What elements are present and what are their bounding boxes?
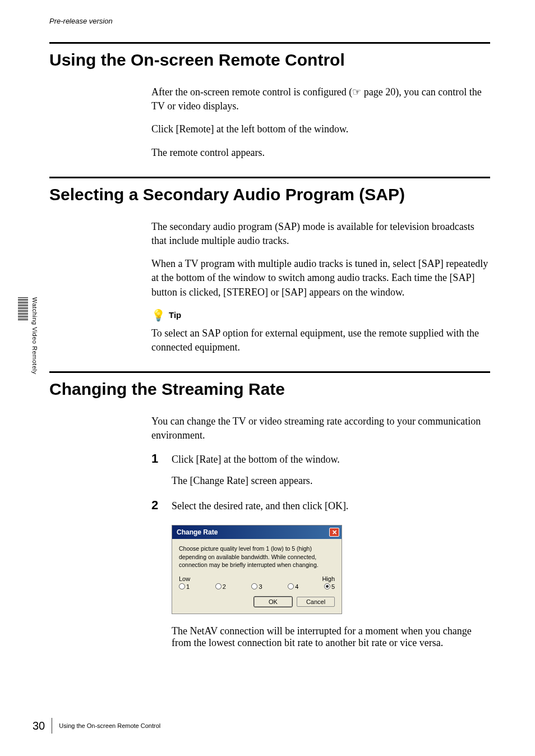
footer-section-title: Using the On-screen Remote Control [59,722,160,729]
rate-option-4[interactable]: 4 [288,583,298,590]
page-number: 30 [33,720,45,732]
ok-button[interactable]: OK [254,597,292,607]
footer-divider [52,718,52,734]
side-tab: Watching Video Remotely [18,297,38,374]
rate-option-1[interactable]: 1 [179,583,190,590]
section-sap: Selecting a Secondary Audio Program (SAP… [28,177,490,354]
tip-header: 💡 Tip [151,308,490,322]
body-text: Click [Remote] at the left bottom of the… [151,122,490,136]
close-icon[interactable]: ✕ [329,528,339,537]
rate-option-3[interactable]: 3 [251,583,262,590]
option-label: 4 [295,583,298,590]
section-title-rate: Changing the Streaming Rate [49,380,490,399]
step-1: 1 Click [Rate] at the bottom of the wind… [151,451,490,467]
section-remote-control: Using the On-screen Remote Control After… [28,42,490,160]
dialog-buttons: OK Cancel [179,597,335,607]
dialog-title: Change Rate [177,528,218,536]
change-rate-dialog: Change Rate ✕ Choose picture quality lev… [172,525,342,614]
tip-bulb-icon: 💡 [151,308,165,322]
side-tab-bars [18,297,28,320]
body-text: When a TV program with multiple audio tr… [151,257,490,299]
page-footer: 30 Using the On-screen Remote Control [33,718,160,734]
option-label: 1 [186,583,190,590]
text-fragment: After the on-screen remote control is co… [151,86,352,98]
body-text: You can change the TV or video streaming… [151,414,490,442]
section-title-sap: Selecting a Secondary Audio Program (SAP… [49,185,490,204]
body-text: The remote control appears. [151,146,490,160]
dialog-body: Choose picture quality level from 1 (low… [172,539,342,614]
rate-options: 1 2 3 4 5 [179,583,335,590]
section-title-remote: Using the On-screen Remote Control [49,50,490,70]
option-label: 2 [223,583,226,590]
rate-option-2[interactable]: 2 [215,583,226,590]
low-label: Low [179,575,190,582]
radio-icon [324,583,330,589]
cancel-button[interactable]: Cancel [297,597,335,607]
body-text: The secondary audio program (SAP) mode i… [151,220,490,248]
step-number: 1 [151,451,162,466]
step-text: Click [Rate] at the bottom of the window… [172,452,490,467]
body-text: After the on-screen remote control is co… [151,85,490,113]
step-text: Select the desired rate, and then click … [172,499,490,514]
radio-icon [179,583,185,589]
section-rule [49,177,490,178]
side-tab-label: Watching Video Remotely [31,297,38,374]
section-streaming-rate: Changing the Streaming Rate You can chan… [28,371,490,649]
high-label: High [322,575,335,582]
tip-text: To select an SAP option for external equ… [151,326,490,354]
rate-option-5[interactable]: 5 [324,583,335,590]
page-ref-icon: ☞ [352,86,361,98]
step-subtext: The [Change Rate] screen appears. [172,475,490,487]
radio-icon [288,583,294,589]
option-label: 5 [331,583,335,590]
dialog-description: Choose picture quality level from 1 (low… [179,545,335,569]
radio-icon [251,583,257,589]
option-label: 3 [259,583,262,590]
section-rule [49,42,490,44]
step-2: 2 Select the desired rate, and then clic… [151,498,490,514]
rate-range-labels: Low High [179,575,335,582]
step-number: 2 [151,498,162,513]
tip-label: Tip [169,310,181,320]
body-text: The NetAV connection will be interrupted… [172,625,490,649]
section-rule [49,371,490,373]
dialog-titlebar: Change Rate ✕ [172,525,342,539]
dialog-screenshot: Change Rate ✕ Choose picture quality lev… [172,525,490,614]
prerelease-header: Pre-release version [49,17,490,25]
radio-icon [215,583,222,589]
